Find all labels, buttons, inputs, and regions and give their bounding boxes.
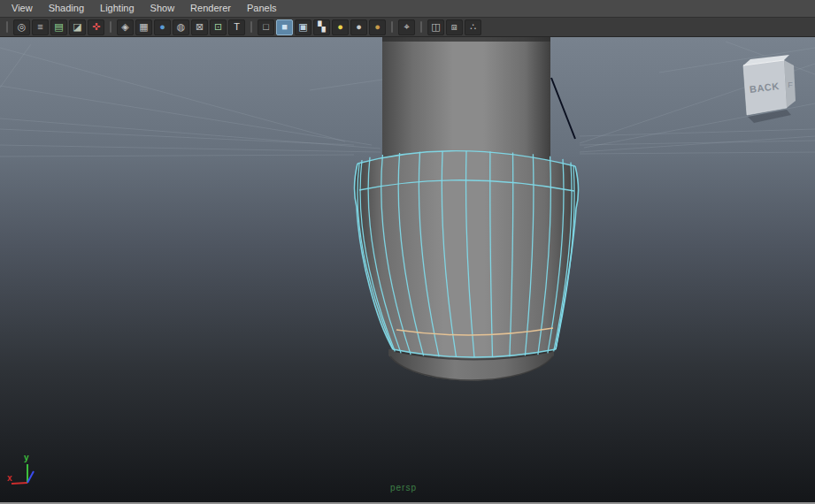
menu-panels[interactable]: Panels [239,0,285,17]
camera-label: persp [390,483,417,493]
menu-shading[interactable]: Shading [41,0,92,17]
textured-icon[interactable]: ▣ [295,19,311,35]
field-chart-icon[interactable]: ◍ [173,19,189,35]
select-camera-icon[interactable]: ◎ [13,19,30,35]
film-pivot-icon[interactable]: ⊡ [210,19,227,35]
cylinder-object[interactable] [382,37,550,170]
menu-view[interactable]: View [4,0,41,17]
panel-toolbar: ◎≡▤◪✜◈▦●◍⊠⊡T□■▣▚●●●⌖◫⧈∴ [0,18,815,37]
node-connections-icon[interactable]: ∴ [465,19,481,35]
gate-mask-icon[interactable]: ● [154,19,171,35]
2d-pan-zoom-icon[interactable]: ✜ [88,19,104,35]
film-gate-icon[interactable]: ◈ [117,19,134,35]
toolbar-separator [6,21,8,33]
use-default-material-icon[interactable]: ▚ [313,19,330,35]
menu-show[interactable]: Show [142,0,183,17]
resolution-gate-icon[interactable]: ▦ [135,19,152,35]
use-all-lights-icon[interactable]: ● [332,19,349,35]
panel-menu-items: ViewShadingLightingShowRendererPanels [4,0,285,17]
axis-x-label: x [7,473,12,483]
toolbar-separator [391,21,393,33]
toolbar-separator [420,21,422,33]
isolate-select-icon[interactable]: ⌖ [398,19,415,35]
ambient-occlusion-icon[interactable]: ● [369,19,386,35]
panel-menubar: ViewShadingLightingShowRendererPanels [0,0,815,18]
safe-title-icon[interactable]: T [228,19,245,35]
wireframe-on-shaded-icon[interactable]: ⧈ [446,19,463,35]
smooth-shade-icon[interactable]: ■ [276,19,293,35]
3d-viewport[interactable]: BACK F x y persp [0,37,815,502]
cup-object[interactable] [354,151,578,360]
menu-lighting[interactable]: Lighting [92,0,142,17]
toolbar-separator [250,21,252,33]
axis-y-label: y [24,453,29,462]
safe-action-icon[interactable]: ⊠ [191,19,208,35]
menu-renderer[interactable]: Renderer [182,0,239,17]
shadows-icon[interactable]: ● [350,19,367,35]
wireframe-icon[interactable]: □ [258,19,274,35]
xray-icon[interactable]: ◫ [427,19,444,35]
view-cube-side-label: F [788,80,793,89]
toolbar-separator [110,21,111,33]
image-plane-icon[interactable]: ◪ [69,19,86,35]
bookmarks-icon[interactable]: ▤ [50,19,67,35]
camera-attributes-icon[interactable]: ≡ [32,19,49,35]
